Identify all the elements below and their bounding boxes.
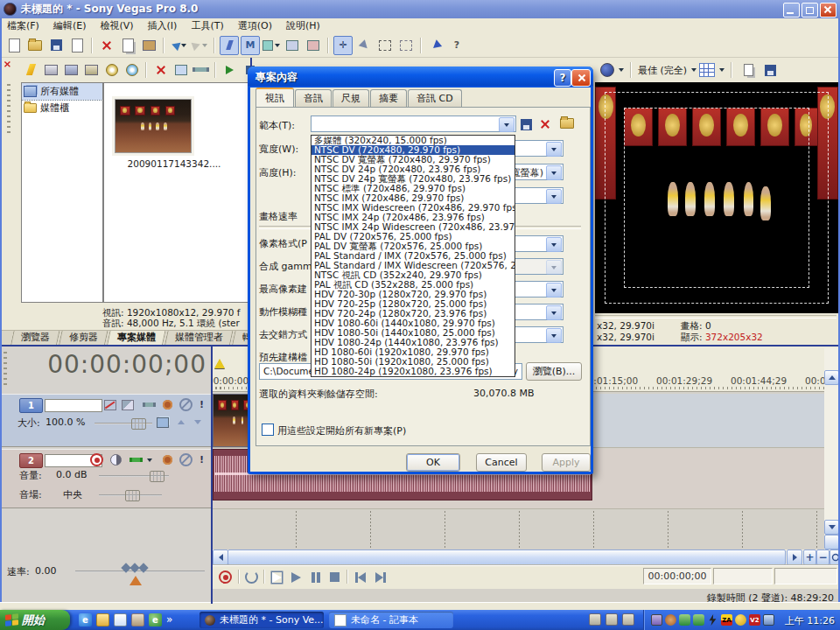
scroll-up-button[interactable]	[824, 370, 839, 385]
remove-media-icon[interactable]	[151, 60, 170, 79]
start-button[interactable]: 開始	[0, 610, 70, 630]
pan-value[interactable]: 中央	[63, 488, 82, 501]
track-level-value[interactable]: 100.0 %	[46, 416, 85, 428]
tray-icon[interactable]: V2	[749, 614, 760, 626]
messenger-quicklaunch-icon[interactable]: e	[149, 613, 162, 626]
rate-value[interactable]: 0.00	[35, 565, 57, 577]
auto-ripple-icon[interactable]: M	[241, 36, 260, 55]
folder-quicklaunch-icon[interactable]	[96, 613, 109, 626]
dialog-tab[interactable]: 摘要	[370, 89, 407, 107]
invert-phase-icon[interactable]	[109, 453, 122, 466]
interactive-tutorials-icon[interactable]	[426, 36, 445, 55]
whats-this-help-icon[interactable]: ?	[447, 36, 466, 55]
timeline-dock-handle[interactable]	[4, 352, 7, 387]
scan-image-icon[interactable]	[82, 60, 101, 79]
tray-icon[interactable]	[735, 614, 746, 626]
quicklaunch-chevron-icon[interactable]: »	[166, 613, 172, 626]
go-to-start-button[interactable]	[353, 570, 368, 584]
timeline-timecode-display[interactable]: 00:00:00;00	[14, 350, 206, 388]
extract-audio-cd-icon[interactable]	[102, 60, 121, 79]
zoom-out-button[interactable]: −	[816, 550, 830, 565]
match-media-folder-icon[interactable]	[558, 116, 576, 131]
quality-dropdown-icon[interactable]	[691, 68, 696, 72]
undo-icon[interactable]	[169, 36, 188, 55]
track-fx-plug-icon[interactable]	[143, 398, 156, 411]
overlay-grid-icon[interactable]	[699, 63, 715, 77]
video-track-header[interactable]: 1 ! 大小: 100.0 %	[0, 394, 211, 447]
scrub-marker-icon[interactable]	[130, 576, 142, 585]
play-button[interactable]	[289, 570, 304, 584]
loop-playback-button[interactable]	[244, 570, 259, 584]
dock-handle[interactable]	[7, 84, 10, 136]
splitter-button[interactable]	[824, 535, 839, 550]
solo-icon[interactable]: !	[195, 453, 208, 466]
pan-slider[interactable]	[99, 494, 162, 496]
post-edit-ripple-icon[interactable]	[262, 36, 281, 55]
preview-quality-label[interactable]: 最佳 (完全)	[638, 64, 687, 77]
audio-track-header[interactable]: 2 ! 音量: 0.0 dB 音場: 中央	[0, 449, 211, 508]
tray-icon[interactable]	[707, 614, 718, 626]
menu-item[interactable]: 工具(T)	[184, 18, 230, 33]
timeline-marker-flag[interactable]	[214, 359, 225, 368]
cancel-button[interactable]: Cancel	[476, 453, 527, 472]
copy-snapshot-icon[interactable]	[739, 61, 757, 79]
lock-envelopes-icon[interactable]	[283, 36, 302, 55]
delete-template-icon[interactable]	[536, 116, 554, 132]
stop-button[interactable]	[327, 570, 342, 584]
horizontal-scrollbar[interactable]: + −	[211, 550, 840, 564]
import-media-icon[interactable]	[22, 60, 40, 79]
scroll-down-button[interactable]	[824, 520, 839, 535]
selection-start-box[interactable]	[713, 568, 773, 584]
pan-type-plug-icon[interactable]	[130, 453, 143, 466]
redo-icon[interactable]	[190, 36, 209, 55]
tray-icon[interactable]	[651, 614, 662, 626]
go-to-end-button[interactable]	[373, 570, 388, 584]
menu-item[interactable]: 選項(O)	[231, 18, 279, 33]
paint-quicklaunch-icon[interactable]	[131, 613, 144, 626]
menu-item[interactable]: 插入(I)	[141, 18, 185, 33]
bypass-motion-blur-icon[interactable]	[103, 398, 116, 411]
volume-slider[interactable]	[99, 475, 169, 477]
template-option[interactable]: HD 1080-24p (1920x1080, 23.976 fps)	[312, 367, 514, 376]
new-project-icon[interactable]	[4, 36, 24, 55]
docking-tab[interactable]: 瀏覽器	[10, 330, 60, 345]
media-tree-item[interactable]: 所有媒體	[22, 83, 102, 100]
tray-icon[interactable]	[693, 614, 704, 626]
open-project-icon[interactable]	[25, 36, 45, 55]
mute-icon[interactable]	[179, 398, 192, 411]
timeline-grid[interactable]	[211, 509, 840, 550]
track-number-badge[interactable]: 2	[19, 453, 43, 468]
media-tree-item[interactable]: 媒體櫃	[22, 100, 102, 116]
dialog-help-icon[interactable]: ?	[554, 69, 571, 87]
save-template-icon[interactable]	[517, 116, 535, 132]
pause-button[interactable]	[308, 570, 323, 584]
record-button[interactable]	[218, 570, 233, 584]
docking-tab[interactable]: 媒體管理者	[164, 330, 234, 345]
minimize-button[interactable]	[783, 3, 800, 18]
media-properties-icon[interactable]	[172, 60, 190, 79]
dialog-title-bar[interactable]: 專案內容 ?	[248, 66, 593, 88]
track-composite-mode-icon[interactable]	[121, 398, 134, 411]
volume-slider-handle[interactable]	[150, 471, 164, 482]
track-number-badge[interactable]: 1	[19, 398, 43, 413]
envelope-edit-tool-icon[interactable]	[354, 36, 374, 55]
volume-value[interactable]: 0.0 dB	[56, 469, 88, 480]
tray-icon[interactable]	[763, 614, 774, 626]
save-project-icon[interactable]	[46, 36, 66, 55]
get-from-camera-icon[interactable]	[62, 60, 80, 79]
language-bar[interactable]	[589, 613, 634, 626]
tray-icon[interactable]: ZA	[721, 614, 732, 626]
taskbar-task-vegas[interactable]: 未標題的 * - Sony Ve...	[200, 612, 324, 628]
play-from-start-button[interactable]	[270, 570, 284, 584]
checkbox-label[interactable]: 用這些設定開始所有新專案(P)	[277, 424, 406, 438]
menu-item[interactable]: 檢視(V)	[93, 18, 140, 33]
preview-play-icon[interactable]	[220, 60, 239, 79]
scroll-left-button[interactable]	[213, 550, 228, 565]
dialog-tab[interactable]: 音訊	[295, 89, 332, 107]
solo-icon[interactable]: !	[195, 398, 208, 411]
capture-video-icon[interactable]	[42, 60, 60, 79]
dialog-close-icon[interactable]	[571, 69, 591, 87]
ignore-event-grouping-icon[interactable]	[304, 36, 323, 55]
paste-icon[interactable]	[139, 36, 158, 55]
vertical-scrollbar[interactable]	[824, 348, 838, 550]
